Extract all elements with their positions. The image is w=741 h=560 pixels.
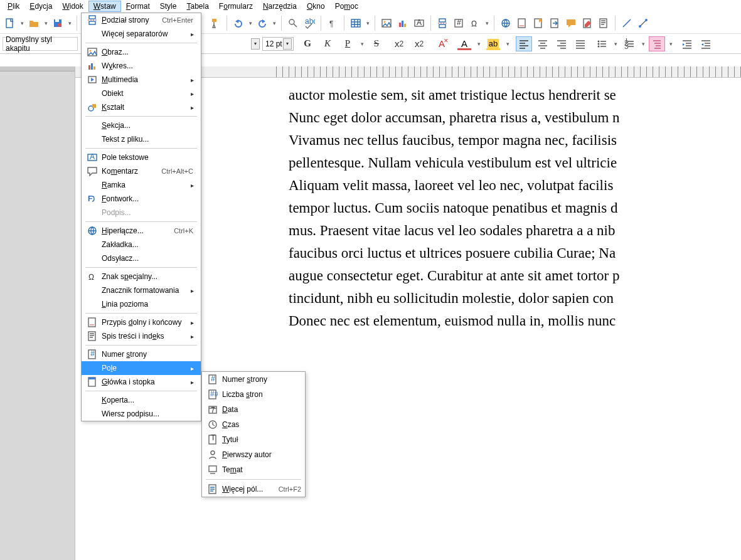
bold-button[interactable]: G (299, 36, 316, 51)
font-color-button[interactable]: A (456, 36, 473, 51)
save-button[interactable] (50, 16, 65, 31)
open-button[interactable] (26, 16, 41, 31)
align-center-button[interactable] (535, 36, 551, 51)
font-color-dropdown[interactable]: ▾ (476, 41, 482, 47)
pilcrow-button[interactable]: ¶ (325, 16, 340, 31)
insert-sekcja[interactable]: Sekcja... (82, 119, 201, 132)
insert-główka-i-stopka[interactable]: Główka i stopka▸ (82, 375, 201, 389)
menu-formularz[interactable]: Formularz (214, 1, 258, 12)
align-left-button[interactable] (516, 36, 532, 51)
insert-fontwork[interactable]: FFontwork... (82, 192, 201, 206)
font-size-combo[interactable]: 12 pt▾ (262, 37, 294, 51)
insert-obiekt[interactable]: Obiekt▸ (82, 87, 201, 100)
indent-decrease-button[interactable] (698, 36, 714, 51)
save-dropdown[interactable]: ▾ (67, 20, 73, 26)
menu-okno[interactable]: Okno (302, 1, 330, 12)
outline-list-button[interactable] (649, 36, 665, 51)
insert-podział-strony[interactable]: Podział stronyCtrl+Enter (82, 13, 201, 27)
insert-więcej-separatorów[interactable]: Więcej separatorów▸ (82, 27, 201, 41)
record-changes-button[interactable] (596, 16, 611, 31)
undo-button[interactable] (231, 16, 246, 31)
underline-button[interactable]: P (339, 36, 356, 51)
insert-znacznik-formatowania[interactable]: Znacznik formatowania▸ (82, 283, 201, 297)
page-break-button[interactable] (435, 16, 450, 31)
field-pierwszy-autor[interactable]: Pierwszy autor (202, 447, 305, 462)
paint-format-button[interactable] (208, 16, 223, 31)
menu-narzędzia[interactable]: Narzędzia (258, 1, 302, 12)
insert-chart-button[interactable] (395, 16, 410, 31)
menu-tabela[interactable]: Tabela (181, 1, 213, 12)
highlight-dropdown[interactable]: ▾ (504, 41, 511, 47)
superscript-button[interactable]: x2 (390, 36, 408, 51)
insert-komentarz[interactable]: KomentarzCtrl+Alt+C (82, 164, 201, 178)
hyperlink-button[interactable] (498, 16, 513, 31)
footnote-button[interactable] (514, 16, 530, 31)
menu-widok[interactable]: Widok (57, 1, 88, 12)
outline-list-dropdown[interactable]: ▾ (668, 41, 674, 47)
paragraph-style-combo[interactable]: Domyślny styl akapitu (3, 37, 78, 51)
insert-pole[interactable]: Pole▸ (82, 361, 201, 375)
insert-linia-pozioma[interactable]: Linia pozioma (82, 297, 201, 311)
insert-przypis-dolny-i-końcowy[interactable]: Przypis dolny i końcowy▸ (82, 315, 201, 329)
insert-obraz[interactable]: Obraz... (82, 45, 201, 59)
bullet-list-dropdown[interactable]: ▾ (612, 41, 619, 47)
special-char-button[interactable]: Ω (467, 16, 482, 31)
insert-ramka[interactable]: Ramka▸ (82, 178, 201, 192)
menu-wstaw[interactable]: Wstaw (88, 1, 121, 12)
number-list-dropdown[interactable]: ▾ (640, 41, 646, 47)
insert-hiperłącze[interactable]: Hiperłącze...Ctrl+K (82, 224, 201, 238)
menu-format[interactable]: Format (121, 1, 155, 12)
field-numer-strony[interactable]: #Numer strony (202, 372, 305, 387)
menu-style[interactable]: Style (155, 1, 182, 12)
field-liczba-stron[interactable]: ##Liczba stron (202, 387, 305, 402)
basic-shapes-button[interactable] (636, 16, 651, 31)
italic-button[interactable]: K (319, 36, 336, 51)
underline-dropdown[interactable]: ▾ (359, 41, 365, 47)
menu-plik[interactable]: Plik (3, 1, 24, 12)
track-changes-button[interactable] (580, 16, 595, 31)
clear-format-button[interactable]: A✕ (433, 36, 450, 51)
align-right-button[interactable] (553, 36, 570, 51)
cross-ref-button[interactable] (547, 16, 562, 31)
highlight-button[interactable]: ab (484, 36, 502, 51)
field-temat[interactable]: Temat (202, 462, 305, 477)
insert-odsyłacz[interactable]: Odsyłacz... (82, 251, 201, 265)
font-name-dropdown[interactable]: ▾ (251, 38, 260, 50)
insert-pole-tekstowe[interactable]: APole tekstowe (82, 151, 201, 164)
insert-textbox-button[interactable]: A (412, 16, 427, 31)
new-doc-dropdown[interactable]: ▾ (19, 20, 25, 26)
insert-table-button[interactable] (348, 16, 363, 31)
insert-field-button[interactable]: # (451, 16, 466, 31)
field-data[interactable]: 7Data (202, 402, 305, 417)
subscript-button[interactable]: x2 (410, 36, 428, 51)
redo-button[interactable] (255, 16, 270, 31)
insert-spis-treści-i-indeks[interactable]: Spis treści i indeks▸ (82, 329, 201, 343)
insert-znak-specjalny[interactable]: ΩZnak specjalny... (82, 270, 201, 283)
redo-dropdown[interactable]: ▾ (271, 20, 277, 26)
undo-dropdown[interactable]: ▾ (247, 20, 253, 26)
insert-image-button[interactable] (379, 16, 394, 31)
line-button[interactable] (619, 16, 634, 31)
indent-increase-button[interactable] (679, 36, 695, 51)
number-list-button[interactable]: 123 (621, 36, 637, 51)
strikethrough-button[interactable]: S (368, 36, 385, 51)
field-czas[interactable]: Czas (202, 417, 305, 432)
insert-zakładka[interactable]: Zakładka... (82, 238, 201, 251)
insert-koperta[interactable]: Koperta... (82, 393, 201, 407)
new-doc-button[interactable] (3, 16, 18, 31)
spellcheck-button[interactable]: abc (302, 16, 317, 31)
font-size-dropdown[interactable]: ▾ (283, 38, 292, 50)
insert-table-dropdown[interactable]: ▾ (365, 20, 371, 26)
bullet-list-button[interactable] (594, 36, 610, 51)
insert-wiersz-podpisu[interactable]: Wiersz podpisu... (82, 407, 201, 421)
field-tytuł[interactable]: TTytuł (202, 432, 305, 447)
insert-kształt[interactable]: Kształt▸ (82, 100, 201, 114)
insert-tekst-z-pliku[interactable]: Tekst z pliku... (82, 132, 201, 146)
align-justify-button[interactable] (572, 36, 589, 51)
bookmark-button[interactable] (531, 16, 546, 31)
find-button[interactable] (285, 16, 301, 31)
menu-edycja[interactable]: Edycja (24, 1, 57, 12)
insert-numer-strony[interactable]: #Numer strony (82, 347, 201, 361)
open-dropdown[interactable]: ▾ (43, 20, 49, 26)
special-char-dropdown[interactable]: ▾ (484, 20, 490, 26)
